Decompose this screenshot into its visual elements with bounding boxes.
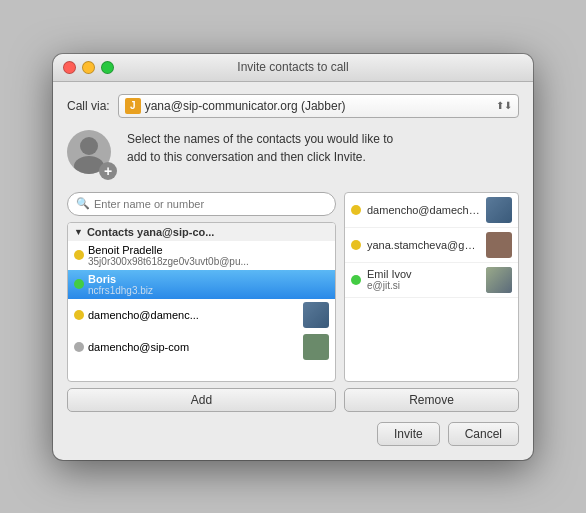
contact-name: damencho@sip-com <box>88 341 189 353</box>
window-content: Call via: J yana@sip-communicator.org (J… <box>53 82 533 460</box>
description-row: + Select the names of the contacts you w… <box>67 130 519 180</box>
list-item[interactable]: Emil Ivov e@jit.si <box>345 263 518 298</box>
list-item[interactable]: Benoit Pradelle 35j0r300x98t618zge0v3uvt… <box>68 241 335 270</box>
window-title: Invite contacts to call <box>237 60 348 74</box>
contacts-list: ▼ Contacts yana@sip-co... Benoit Pradell… <box>67 222 336 382</box>
dropdown-arrow-icon: ⬆⬇ <box>496 100 512 111</box>
jabber-icon: J <box>125 98 141 114</box>
status-dot-online <box>74 279 84 289</box>
invite-button[interactable]: Invite <box>377 422 440 446</box>
invited-sub: e@jit.si <box>367 280 480 291</box>
main-window: Invite contacts to call Call via: J yana… <box>53 54 533 460</box>
svg-point-0 <box>80 137 98 155</box>
call-via-select[interactable]: J yana@sip-communicator.org (Jabber) ⬆⬇ <box>118 94 519 118</box>
invited-name: yana.stamcheva@gmail... <box>367 239 480 251</box>
collapse-icon: ▼ <box>74 227 83 237</box>
cancel-button[interactable]: Cancel <box>448 422 519 446</box>
status-dot-away <box>351 205 361 215</box>
list-item[interactable]: damencho@damecho... <box>345 193 518 228</box>
status-dot-away <box>74 310 84 320</box>
invited-name: Emil Ivov <box>367 268 480 280</box>
invited-list: damencho@damecho... yana.stamcheva@gmail… <box>344 192 519 382</box>
bottom-buttons: Invite Cancel <box>67 422 519 446</box>
contact-sub: ncfrs1dhg3.biz <box>88 285 153 296</box>
titlebar-buttons <box>63 61 114 74</box>
close-button[interactable] <box>63 61 76 74</box>
minimize-button[interactable] <box>82 61 95 74</box>
invited-name: damencho@damecho... <box>367 204 480 216</box>
list-item[interactable]: damencho@sip-com <box>68 331 335 363</box>
contact-thumbnail <box>486 267 512 293</box>
contacts-group-header: ▼ Contacts yana@sip-co... <box>68 223 335 241</box>
call-via-label: Call via: <box>67 99 110 113</box>
maximize-button[interactable] <box>101 61 114 74</box>
remove-button-row: Remove <box>344 388 519 412</box>
contact-thumbnail <box>303 302 329 328</box>
contact-name: Benoit Pradelle <box>88 244 249 256</box>
titlebar: Invite contacts to call <box>53 54 533 82</box>
status-dot-away <box>351 240 361 250</box>
contact-thumbnail <box>486 197 512 223</box>
contact-thumbnail <box>486 232 512 258</box>
status-dot-offline <box>74 342 84 352</box>
add-button[interactable]: Add <box>67 388 336 412</box>
contacts-group-label: Contacts yana@sip-co... <box>87 226 214 238</box>
search-icon: 🔍 <box>76 197 90 210</box>
add-contact-icon: + <box>99 162 117 180</box>
contact-name: damencho@damenc... <box>88 309 199 321</box>
list-item[interactable]: damencho@damenc... <box>68 299 335 331</box>
call-via-row: Call via: J yana@sip-communicator.org (J… <box>67 94 519 118</box>
contact-sub: 35j0r300x98t618zge0v3uvt0b@pu... <box>88 256 249 267</box>
status-dot-online <box>351 275 361 285</box>
search-box: 🔍 <box>67 192 336 216</box>
remove-button[interactable]: Remove <box>344 388 519 412</box>
description-text: Select the names of the contacts you wou… <box>127 130 393 166</box>
avatar-add: + <box>67 130 117 180</box>
status-dot-away <box>74 250 84 260</box>
contact-thumbnail <box>303 334 329 360</box>
add-button-row: Add <box>67 388 336 412</box>
left-panel: 🔍 ▼ Contacts yana@sip-co... Benoit Prade… <box>67 192 336 412</box>
main-area: 🔍 ▼ Contacts yana@sip-co... Benoit Prade… <box>67 192 519 412</box>
call-via-value: yana@sip-communicator.org (Jabber) <box>145 99 346 113</box>
list-item[interactable]: yana.stamcheva@gmail... <box>345 228 518 263</box>
list-item[interactable]: Boris ncfrs1dhg3.biz <box>68 270 335 299</box>
search-input[interactable] <box>94 198 327 210</box>
right-panel: damencho@damecho... yana.stamcheva@gmail… <box>344 192 519 412</box>
contact-name: Boris <box>88 273 153 285</box>
